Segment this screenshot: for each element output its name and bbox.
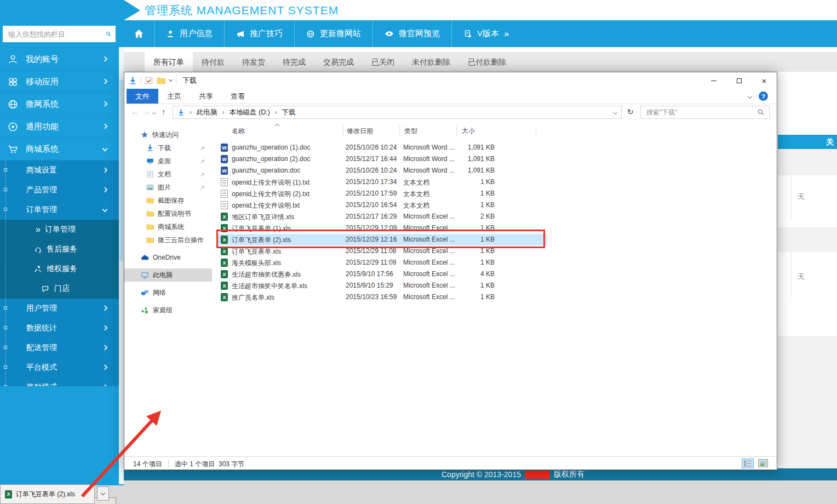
tree-item-label: 网络 [153, 288, 166, 297]
file-row[interactable]: 地区订单飞豆详情.xls 2015/12/17 16:29 Microsoft … [218, 211, 547, 222]
file-row[interactable]: 推广员名单.xls 2015/10/23 16:59 Microsoft Exc… [218, 291, 547, 303]
thumbnail-view-button[interactable] [758, 459, 768, 469]
breadcrumb-this-pc[interactable]: 此电脑 [197, 108, 217, 117]
nav-item-site-preview[interactable]: 微官网预览 [373, 20, 451, 47]
sidebar-item-after-sale[interactable]: 售后服务 [0, 239, 119, 259]
folder-icon[interactable] [157, 76, 165, 85]
order-tab[interactable]: 所有订单 [145, 52, 193, 72]
nav-item-promo-tips[interactable]: 推广技巧 [225, 20, 294, 47]
tree-item-mall-system-folder[interactable]: 商城系统 [124, 220, 212, 233]
order-tab[interactable]: 已关闭 [363, 52, 403, 72]
order-tab[interactable]: 交易完成 [314, 52, 363, 72]
nav-item-update-site[interactable]: 更新微网站 [295, 20, 372, 47]
ribbon-tab[interactable]: 共享 [190, 89, 222, 104]
order-tab[interactable]: 待付款 [193, 52, 233, 72]
file-row[interactable]: 生活超市抽奖优惠券.xls 2015/9/10 17:56 Microsoft … [218, 268, 547, 280]
ribbon-tab[interactable]: 主页 [158, 89, 190, 104]
sidebar-item-mall-system[interactable]: 商城系统 [0, 138, 119, 161]
tree-item-quick-access[interactable]: 快速访问 [124, 128, 212, 141]
close-button[interactable]: × [752, 72, 777, 89]
column-divider[interactable] [343, 125, 343, 136]
nav-item-v-version[interactable]: V版本» [452, 20, 520, 47]
column-divider[interactable] [399, 125, 400, 136]
tree-item-label: 此电脑 [153, 271, 173, 280]
back-button[interactable] [131, 107, 139, 117]
chevron-down-icon[interactable] [169, 78, 173, 82]
column-header-date[interactable]: 修改日期 [347, 127, 373, 136]
file-row[interactable]: guanzhu_operation (1).doc 2015/10/26 10:… [218, 142, 547, 153]
tree-item-screenshots[interactable]: 截图保存 [124, 194, 212, 207]
column-header-type[interactable]: 类型 [404, 127, 417, 136]
sidebar-item-common-func[interactable]: 通用功能 [0, 116, 119, 138]
sidebar-item-order-manage[interactable]: 订单管理 [0, 220, 119, 239]
order-tab[interactable]: 已付款删除 [459, 52, 515, 72]
title-bar[interactable]: 下载 × [124, 72, 777, 89]
file-row[interactable]: 生活超市抽奖中奖名单.xls 2015/9/10 15:29 Microsoft… [218, 280, 547, 291]
order-tab-strip: 所有订单 待付款 待发货 待完成 交易完成 已关闭 未付款删除 已付款删除 [124, 52, 837, 72]
ribbon-tab[interactable]: 文件 [127, 89, 158, 104]
up-button[interactable] [162, 107, 166, 117]
checkmark-page-icon[interactable] [145, 77, 153, 84]
file-row[interactable]: guanzhu_operation (2).doc 2015/12/17 16:… [218, 153, 547, 165]
file-row[interactable]: openid上传文件说明 (2).txt 2015/12/10 17:59 文本… [218, 188, 547, 199]
file-row[interactable]: guanzhu_operation.doc 2015/10/26 10:24 M… [218, 165, 547, 176]
column-divider[interactable] [536, 125, 536, 136]
tree-item-desktop[interactable]: 桌面 [124, 154, 212, 168]
sidebar-item-data-stats[interactable]: 数据统计 [0, 318, 119, 338]
refresh-icon[interactable] [627, 107, 634, 116]
explorer-search[interactable] [640, 106, 770, 119]
order-tab[interactable]: 未付款删除 [403, 52, 459, 72]
sidebar-item-product-mgmt[interactable]: 产品管理 [0, 180, 119, 200]
minimize-button[interactable] [701, 72, 726, 89]
column-header-size[interactable]: 大小 [462, 127, 475, 136]
sidebar-item-delivery-mgmt[interactable]: 配送管理 [0, 338, 119, 358]
address-dropdown-icon[interactable] [614, 111, 617, 114]
sidebar-item-user-mgmt[interactable]: 用户管理 [0, 299, 119, 318]
nav-item-user-info[interactable]: 用户信息 [154, 20, 224, 47]
tree-item-config-manual[interactable]: 配置说明书 [124, 207, 212, 220]
scrollbar-thumb[interactable] [119, 80, 123, 261]
breadcrumb-local-disk[interactable]: 本地磁盘 (D:) [230, 108, 270, 117]
breadcrumb-downloads[interactable]: 下载 [282, 108, 296, 117]
tree-item-pictures[interactable]: 图片 [124, 181, 212, 194]
sidebar-item-mall-settings[interactable]: 商城设置 [0, 161, 119, 180]
forward-button[interactable] [142, 107, 150, 117]
column-divider[interactable] [456, 125, 457, 136]
tree-item-onedrive[interactable]: OneDrive [124, 251, 212, 264]
file-row[interactable]: 海关模板头部.xls 2015/12/29 11:09 Microsoft Ex… [218, 257, 547, 268]
sidebar-item-mobile-app[interactable]: 移动应用 [0, 71, 119, 93]
sidebar-item-micro-web[interactable]: 微网系统 [0, 93, 119, 116]
nav-item-label: 微官网预览 [399, 28, 440, 39]
sidebar-item-platform-mode[interactable]: 平台模式 [0, 358, 119, 377]
tree-item-homegroup[interactable]: 家庭组 [124, 303, 212, 317]
sidebar-search-input[interactable] [7, 30, 106, 39]
explorer-search-input[interactable] [645, 108, 757, 117]
tree-item-network[interactable]: 网络 [124, 286, 212, 299]
details-view-button[interactable] [742, 459, 754, 468]
sidebar-item-reward-mode[interactable]: 奖励模式 [0, 377, 119, 386]
file-row[interactable]: openid上传文件说明 (1).txt 2015/12/10 17:34 文本… [218, 176, 547, 188]
sidebar-search[interactable] [3, 26, 116, 42]
sidebar-item-order-mgmt[interactable]: 订单管理 [0, 200, 119, 220]
nav-home-button[interactable] [124, 20, 154, 47]
maximize-button[interactable] [726, 72, 752, 89]
ribbon-tab[interactable]: 查看 [222, 89, 254, 104]
sidebar-item-store[interactable]: 门店 [0, 279, 119, 299]
file-type-icon [221, 201, 228, 209]
help-icon[interactable] [759, 91, 768, 101]
tree-item-wsy-backend[interactable]: 微三云后台操作 [124, 233, 212, 247]
order-tab[interactable]: 待完成 [274, 52, 314, 72]
tree-item-downloads[interactable]: 下载 [124, 141, 212, 154]
column-header-name[interactable]: 名称 [232, 127, 245, 136]
file-row[interactable]: openid上传文件说明.txt 2015/12/10 16:54 文本文档 1… [218, 199, 547, 211]
file-type-icon [221, 293, 228, 301]
address-box[interactable]: 此电脑 本地磁盘 (D:) 下载 [173, 106, 622, 119]
sidebar-item-account[interactable]: 我的账号 [0, 48, 119, 71]
order-tab[interactable]: 待发货 [233, 52, 274, 72]
tree-item-label: 文档 [158, 170, 171, 179]
sidebar-item-rights-service[interactable]: 维权服务 [0, 259, 119, 279]
tree-item-documents[interactable]: 文档 [124, 168, 212, 181]
tree-item-this-pc[interactable]: 此电脑 [124, 268, 212, 282]
close-icon: × [762, 77, 767, 85]
recent-locations-icon[interactable] [152, 111, 156, 114]
